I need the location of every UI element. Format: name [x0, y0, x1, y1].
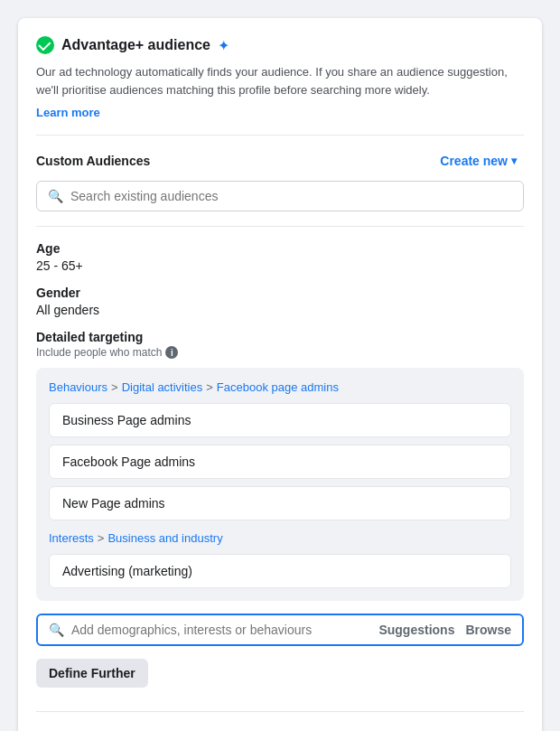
targeting-panel: Behaviours > Digital activities > Facebo…: [36, 368, 524, 601]
breadcrumb-digital-activities[interactable]: Digital activities: [122, 380, 203, 394]
targeting-item-advertising-marketing: Advertising (marketing): [49, 554, 511, 588]
suggestions-button[interactable]: Suggestions: [378, 623, 454, 637]
main-card: Advantage+ audience ✦ Our ad technology …: [18, 18, 542, 731]
add-targeting-box[interactable]: 🔍 Suggestions Browse: [36, 614, 524, 646]
targeting-item-new-page-admins: New Page admins: [49, 486, 511, 520]
age-value: 25 - 65+: [36, 258, 524, 273]
magic-icon[interactable]: ✦: [218, 37, 229, 54]
search-audiences-input[interactable]: [70, 189, 512, 203]
detailed-targeting-group: Detailed targeting Include people who ma…: [36, 330, 524, 646]
breadcrumb-interests[interactable]: Interests: [49, 531, 94, 545]
divider-1: [36, 135, 524, 136]
search-icon: 🔍: [48, 189, 63, 203]
divider-3: [36, 711, 524, 712]
breadcrumb-behaviours[interactable]: Behaviours: [49, 380, 107, 394]
age-label: Age: [36, 241, 524, 256]
gender-value: All genders: [36, 303, 524, 317]
define-further-button[interactable]: Define Further: [36, 659, 148, 688]
custom-audiences-label: Custom Audiences: [36, 154, 150, 168]
create-new-button[interactable]: Create new ▾: [433, 150, 524, 172]
breadcrumb-sep-1: >: [111, 380, 118, 394]
detailed-targeting-label: Detailed targeting: [36, 330, 524, 344]
learn-more-link[interactable]: Learn more: [36, 106, 100, 119]
breadcrumb-sep-3: >: [98, 531, 105, 545]
age-group: Age 25 - 65+: [36, 241, 524, 273]
targeting-item-business-page-admins: Business Page admins: [49, 403, 511, 437]
targeting-item-facebook-page-admins: Facebook Page admins: [49, 445, 511, 479]
chevron-down-icon: ▾: [511, 155, 517, 167]
gender-label: Gender: [36, 286, 524, 300]
header-row: Advantage+ audience ✦: [36, 36, 524, 54]
breadcrumb-facebook-page-admins[interactable]: Facebook page admins: [217, 380, 339, 394]
search-audiences-box[interactable]: 🔍: [36, 181, 524, 211]
check-icon: [36, 36, 54, 54]
card-title: Advantage+ audience: [61, 37, 210, 53]
add-targeting-actions: Suggestions Browse: [378, 623, 511, 637]
custom-audiences-row: Custom Audiences Create new ▾: [36, 150, 524, 172]
targeting-sublabel: Include people who match i: [36, 346, 524, 359]
add-targeting-search-icon: 🔍: [49, 623, 64, 637]
breadcrumb-sep-2: >: [206, 380, 213, 394]
create-new-label: Create new: [440, 154, 508, 168]
breadcrumb-business-industry[interactable]: Business and industry: [107, 531, 222, 545]
divider-2: [36, 226, 524, 227]
interests-breadcrumb: Interests > Business and industry: [49, 531, 511, 545]
add-targeting-input[interactable]: [71, 623, 378, 637]
gender-group: Gender All genders: [36, 286, 524, 317]
behaviours-breadcrumb: Behaviours > Digital activities > Facebo…: [49, 380, 511, 394]
browse-button[interactable]: Browse: [465, 623, 511, 637]
description-text: Our ad technology automatically finds yo…: [36, 63, 524, 98]
info-icon[interactable]: i: [165, 346, 178, 359]
